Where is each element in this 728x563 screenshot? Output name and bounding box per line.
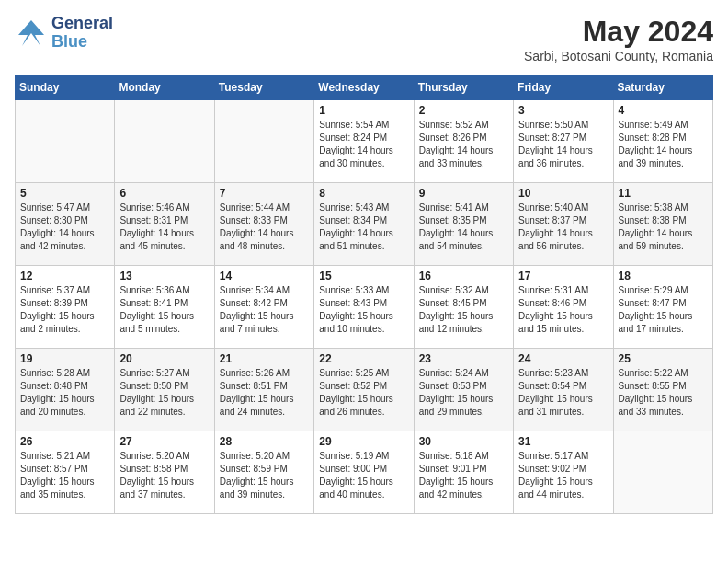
day-info: Sunrise: 5:46 AM Sunset: 8:31 PM Dayligh…: [119, 201, 209, 253]
calendar-cell: [115, 100, 214, 183]
location: Sarbi, Botosani County, Romania: [524, 49, 713, 63]
day-number: 1: [319, 104, 408, 117]
day-number: 30: [419, 435, 508, 448]
day-info: Sunrise: 5:24 AM Sunset: 8:53 PM Dayligh…: [419, 367, 508, 419]
header-cell-thursday: Thursday: [414, 75, 513, 100]
header-cell-saturday: Saturday: [613, 75, 712, 100]
calendar-cell: 27Sunrise: 5:20 AM Sunset: 8:58 PM Dayli…: [115, 431, 214, 514]
calendar-cell: 23Sunrise: 5:24 AM Sunset: 8:53 PM Dayli…: [414, 349, 513, 431]
week-row-5: 26Sunrise: 5:21 AM Sunset: 8:57 PM Dayli…: [16, 431, 713, 514]
calendar-cell: 7Sunrise: 5:44 AM Sunset: 8:33 PM Daylig…: [214, 183, 313, 266]
page-header: General Blue May 2024 Sarbi, Botosani Co…: [15, 15, 713, 63]
calendar-body: 1Sunrise: 5:54 AM Sunset: 8:24 PM Daylig…: [16, 100, 713, 514]
day-number: 19: [20, 352, 109, 365]
header-cell-monday: Monday: [115, 75, 214, 100]
day-info: Sunrise: 5:49 AM Sunset: 8:28 PM Dayligh…: [619, 119, 708, 170]
header-cell-friday: Friday: [514, 75, 613, 100]
logo-line1: General: [51, 15, 113, 33]
day-number: 18: [619, 270, 708, 282]
calendar-cell: 20Sunrise: 5:27 AM Sunset: 8:50 PM Dayli…: [115, 349, 214, 431]
calendar-cell: 31Sunrise: 5:17 AM Sunset: 9:02 PM Dayli…: [514, 431, 613, 514]
day-number: 15: [319, 270, 408, 282]
day-number: 28: [220, 435, 309, 448]
day-info: Sunrise: 5:50 AM Sunset: 8:27 PM Dayligh…: [518, 119, 608, 170]
calendar-cell: 30Sunrise: 5:18 AM Sunset: 9:01 PM Dayli…: [414, 431, 513, 514]
day-info: Sunrise: 5:29 AM Sunset: 8:47 PM Dayligh…: [619, 284, 708, 336]
day-info: Sunrise: 5:40 AM Sunset: 8:37 PM Dayligh…: [518, 201, 608, 253]
day-info: Sunrise: 5:26 AM Sunset: 8:51 PM Dayligh…: [220, 367, 309, 419]
day-number: 3: [518, 104, 608, 117]
calendar-cell: 15Sunrise: 5:33 AM Sunset: 8:43 PM Dayli…: [314, 266, 414, 349]
day-number: 23: [419, 352, 508, 365]
day-number: 21: [220, 352, 309, 365]
day-info: Sunrise: 5:28 AM Sunset: 8:48 PM Dayligh…: [20, 367, 109, 419]
calendar-cell: [16, 100, 115, 183]
title-section: May 2024 Sarbi, Botosani County, Romania: [524, 15, 713, 63]
calendar-cell: 6Sunrise: 5:46 AM Sunset: 8:31 PM Daylig…: [115, 183, 214, 266]
calendar-cell: 19Sunrise: 5:28 AM Sunset: 8:48 PM Dayli…: [16, 349, 115, 431]
day-info: Sunrise: 5:25 AM Sunset: 8:52 PM Dayligh…: [319, 367, 408, 419]
calendar-cell: 18Sunrise: 5:29 AM Sunset: 8:47 PM Dayli…: [613, 266, 712, 349]
day-info: Sunrise: 5:18 AM Sunset: 9:01 PM Dayligh…: [419, 450, 508, 501]
calendar-cell: 12Sunrise: 5:37 AM Sunset: 8:39 PM Dayli…: [16, 266, 115, 349]
calendar-cell: 2Sunrise: 5:52 AM Sunset: 8:26 PM Daylig…: [414, 100, 513, 183]
day-info: Sunrise: 5:22 AM Sunset: 8:55 PM Dayligh…: [619, 367, 708, 419]
calendar-cell: 16Sunrise: 5:32 AM Sunset: 8:45 PM Dayli…: [414, 266, 513, 349]
day-info: Sunrise: 5:20 AM Sunset: 8:59 PM Dayligh…: [220, 450, 309, 501]
calendar-cell: 17Sunrise: 5:31 AM Sunset: 8:46 PM Dayli…: [514, 266, 613, 349]
day-number: 6: [119, 187, 209, 200]
day-info: Sunrise: 5:33 AM Sunset: 8:43 PM Dayligh…: [319, 284, 408, 336]
day-info: Sunrise: 5:21 AM Sunset: 8:57 PM Dayligh…: [20, 450, 109, 501]
day-info: Sunrise: 5:31 AM Sunset: 8:46 PM Dayligh…: [518, 284, 608, 336]
day-info: Sunrise: 5:52 AM Sunset: 8:26 PM Dayligh…: [419, 119, 508, 170]
day-number: 20: [119, 352, 209, 365]
logo-line2: Blue: [51, 33, 113, 52]
day-number: 27: [119, 435, 209, 448]
day-number: 17: [518, 270, 608, 282]
day-info: Sunrise: 5:27 AM Sunset: 8:50 PM Dayligh…: [119, 367, 209, 419]
day-info: Sunrise: 5:23 AM Sunset: 8:54 PM Dayligh…: [518, 367, 608, 419]
calendar-header: SundayMondayTuesdayWednesdayThursdayFrid…: [16, 75, 713, 100]
week-row-2: 5Sunrise: 5:47 AM Sunset: 8:30 PM Daylig…: [16, 183, 713, 266]
calendar-cell: 21Sunrise: 5:26 AM Sunset: 8:51 PM Dayli…: [214, 349, 313, 431]
day-number: 31: [518, 435, 608, 448]
header-cell-tuesday: Tuesday: [214, 75, 313, 100]
day-number: 10: [518, 187, 608, 200]
day-number: 4: [619, 104, 708, 117]
calendar-cell: 29Sunrise: 5:19 AM Sunset: 9:00 PM Dayli…: [314, 431, 414, 514]
day-number: 25: [619, 352, 708, 365]
day-info: Sunrise: 5:37 AM Sunset: 8:39 PM Dayligh…: [20, 284, 109, 336]
day-info: Sunrise: 5:36 AM Sunset: 8:41 PM Dayligh…: [119, 284, 209, 336]
day-info: Sunrise: 5:41 AM Sunset: 8:35 PM Dayligh…: [419, 201, 508, 253]
day-info: Sunrise: 5:54 AM Sunset: 8:24 PM Dayligh…: [319, 119, 408, 170]
logo-text: General Blue: [51, 15, 113, 52]
day-info: Sunrise: 5:44 AM Sunset: 8:33 PM Dayligh…: [220, 201, 309, 253]
calendar-cell: 14Sunrise: 5:34 AM Sunset: 8:42 PM Dayli…: [214, 266, 313, 349]
header-cell-sunday: Sunday: [16, 75, 115, 100]
calendar-table: SundayMondayTuesdayWednesdayThursdayFrid…: [15, 75, 713, 514]
day-number: 22: [319, 352, 408, 365]
week-row-3: 12Sunrise: 5:37 AM Sunset: 8:39 PM Dayli…: [16, 266, 713, 349]
day-info: Sunrise: 5:34 AM Sunset: 8:42 PM Dayligh…: [220, 284, 309, 336]
day-info: Sunrise: 5:38 AM Sunset: 8:38 PM Dayligh…: [619, 201, 708, 253]
logo: General Blue: [15, 15, 113, 52]
day-info: Sunrise: 5:17 AM Sunset: 9:02 PM Dayligh…: [518, 450, 608, 501]
calendar-cell: 8Sunrise: 5:43 AM Sunset: 8:34 PM Daylig…: [314, 183, 414, 266]
calendar-cell: [613, 431, 712, 514]
day-info: Sunrise: 5:19 AM Sunset: 9:00 PM Dayligh…: [319, 450, 408, 501]
calendar-cell: 5Sunrise: 5:47 AM Sunset: 8:30 PM Daylig…: [16, 183, 115, 266]
header-cell-wednesday: Wednesday: [314, 75, 414, 100]
day-number: 13: [119, 270, 209, 282]
week-row-1: 1Sunrise: 5:54 AM Sunset: 8:24 PM Daylig…: [16, 100, 713, 183]
day-number: 8: [319, 187, 408, 200]
calendar-cell: 4Sunrise: 5:49 AM Sunset: 8:28 PM Daylig…: [613, 100, 712, 183]
calendar-cell: [214, 100, 313, 183]
calendar-cell: 24Sunrise: 5:23 AM Sunset: 8:54 PM Dayli…: [514, 349, 613, 431]
day-number: 12: [20, 270, 109, 282]
logo-icon: [15, 17, 48, 50]
calendar-cell: 28Sunrise: 5:20 AM Sunset: 8:59 PM Dayli…: [214, 431, 313, 514]
day-number: 16: [419, 270, 508, 282]
day-number: 24: [518, 352, 608, 365]
day-info: Sunrise: 5:43 AM Sunset: 8:34 PM Dayligh…: [319, 201, 408, 253]
day-info: Sunrise: 5:32 AM Sunset: 8:45 PM Dayligh…: [419, 284, 508, 336]
